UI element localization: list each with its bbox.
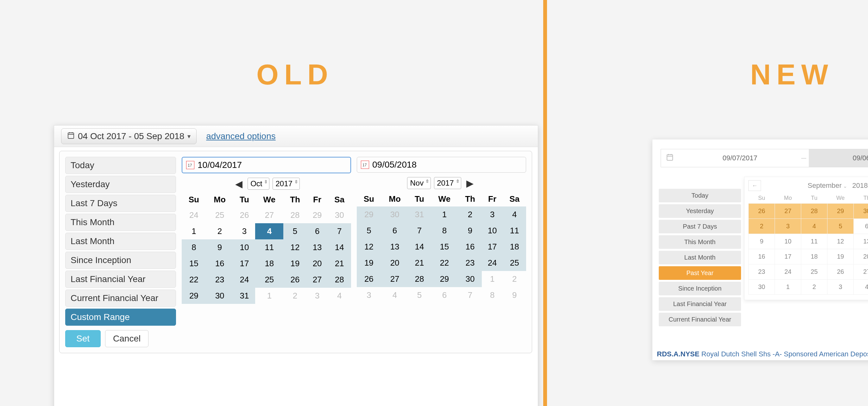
next-month-button[interactable]: ▶ — [464, 178, 476, 189]
calendar-day[interactable]: 10 — [482, 223, 503, 239]
calendar-day[interactable]: 1 — [482, 271, 503, 287]
calendar-day[interactable]: 25 — [206, 207, 234, 223]
calendar-day[interactable]: 22 — [430, 255, 458, 271]
calendar-day[interactable]: 17 — [482, 239, 503, 255]
calendar-day[interactable]: 16 — [206, 256, 234, 272]
calendar-day[interactable]: 29 — [828, 204, 854, 219]
calendar-day[interactable]: 28 — [283, 207, 306, 223]
calendar-day[interactable]: 12 — [357, 239, 381, 255]
calendar-day[interactable]: 26 — [828, 264, 854, 279]
calendar-day[interactable]: 26 — [233, 207, 255, 223]
calendar-day[interactable]: 6 — [307, 223, 328, 239]
to-date-field[interactable] — [372, 160, 522, 170]
calendar-day[interactable]: 28 — [408, 271, 430, 287]
calendar-day[interactable]: 20 — [381, 255, 409, 271]
calendar-day[interactable]: 3 — [828, 279, 854, 295]
calendar-day[interactable]: 19 — [357, 255, 381, 271]
calendar-day[interactable]: 23 — [206, 272, 234, 288]
preset-custom-range[interactable]: Custom Range — [65, 309, 176, 326]
preset-yesterday[interactable]: Yesterday — [65, 176, 176, 193]
preset-this-month[interactable]: This Month — [659, 235, 741, 249]
ticker-line[interactable]: RDS.A.NYSE Royal Dutch Shell Shs -A- Spo… — [657, 350, 868, 358]
calendar-day[interactable]: 6 — [430, 287, 458, 303]
calendar-day[interactable]: 31 — [233, 288, 255, 304]
calendar-day[interactable]: 24 — [482, 255, 503, 271]
calendar-day[interactable]: 1 — [182, 223, 206, 239]
calendar-day[interactable]: 24 — [775, 264, 801, 279]
calendar-day[interactable]: 27 — [854, 264, 868, 279]
calendar-day[interactable]: 4 — [381, 287, 409, 303]
calendar-day[interactable]: 5 — [408, 287, 430, 303]
from-date-field[interactable] — [197, 160, 347, 170]
calendar-day[interactable]: 24 — [182, 207, 206, 223]
calendar-day[interactable]: 3 — [775, 219, 801, 234]
calendar-day[interactable]: 28 — [801, 204, 828, 219]
calendar-day[interactable]: 18 — [801, 249, 828, 264]
calendar-day[interactable]: 26 — [357, 271, 381, 287]
calendar-day[interactable]: 7 — [458, 287, 482, 303]
calendar-day[interactable]: 5 — [357, 223, 381, 239]
preset-last-financial-year[interactable]: Last Financial Year — [659, 297, 741, 311]
calendar-day[interactable]: 1 — [430, 206, 458, 223]
month-dropdown[interactable]: September — [808, 181, 847, 190]
preset-past-7-days[interactable]: Past 7 Days — [659, 220, 741, 233]
calendar-day[interactable]: 30 — [458, 271, 482, 287]
preset-today[interactable]: Today — [659, 189, 741, 202]
calendar-day[interactable]: 28 — [328, 272, 351, 288]
calendar-day[interactable]: 8 — [182, 239, 206, 256]
calendar-day[interactable]: 9 — [458, 223, 482, 239]
calendar-day[interactable]: 13 — [854, 234, 868, 249]
prev-month-button[interactable]: ← — [748, 180, 761, 191]
calendar-day[interactable]: 2 — [503, 271, 526, 287]
calendar-day[interactable]: 30 — [381, 206, 409, 223]
calendar-day[interactable]: 27 — [255, 207, 283, 223]
calendar-day[interactable]: 3 — [482, 206, 503, 223]
calendar-day[interactable]: 17 — [233, 256, 255, 272]
calendar-day[interactable]: 2 — [801, 279, 828, 295]
calendar-day[interactable]: 30 — [206, 288, 234, 304]
to-date-value[interactable]: 09/06/2018 — [809, 149, 868, 167]
to-date-input[interactable] — [357, 157, 526, 173]
calendar-day[interactable]: 27 — [381, 271, 409, 287]
calendar-day[interactable]: 13 — [381, 239, 409, 255]
calendar-day[interactable]: 9 — [503, 287, 526, 303]
preset-last-7-days[interactable]: Last 7 Days — [65, 195, 176, 212]
calendar-day[interactable]: 29 — [430, 271, 458, 287]
calendar-day[interactable]: 3 — [357, 287, 381, 303]
calendar-day[interactable]: 2 — [458, 206, 482, 223]
calendar-day[interactable]: 5 — [828, 219, 854, 234]
calendar-day[interactable]: 3 — [233, 223, 255, 239]
calendar-day[interactable]: 30 — [749, 279, 775, 295]
prev-month-button[interactable]: ◀ — [233, 178, 244, 190]
calendar-day[interactable]: 2 — [283, 288, 306, 304]
preset-past-year[interactable]: Past Year — [659, 266, 741, 280]
year-select[interactable]: 2017 — [434, 177, 461, 189]
calendar-day[interactable]: 9 — [206, 239, 234, 256]
calendar-day[interactable]: 19 — [283, 256, 306, 272]
from-date-input[interactable] — [182, 157, 351, 173]
preset-current-financial-year[interactable]: Current Financial Year — [659, 313, 741, 326]
preset-today[interactable]: Today — [65, 157, 176, 174]
calendar-day[interactable]: 4 — [328, 288, 351, 304]
preset-since-inception[interactable]: Since Inception — [659, 282, 741, 295]
calendar-day[interactable]: 18 — [255, 256, 283, 272]
year-dropdown[interactable]: 2018 — [852, 181, 868, 190]
calendar-day[interactable]: 11 — [801, 234, 828, 249]
calendar-day[interactable]: 19 — [828, 249, 854, 264]
from-date-value[interactable]: 09/07/2017 — [679, 149, 801, 167]
calendar-day[interactable]: 30 — [328, 207, 351, 223]
date-range-button[interactable]: 04 Oct 2017 - 05 Sep 2018 ▾ — [61, 128, 196, 144]
calendar-day[interactable]: 25 — [503, 255, 526, 271]
calendar-day[interactable]: 23 — [749, 264, 775, 279]
calendar-day[interactable]: 5 — [283, 223, 306, 239]
cancel-button[interactable]: Cancel — [105, 330, 149, 347]
preset-yesterday[interactable]: Yesterday — [659, 204, 741, 218]
calendar-day[interactable]: 29 — [182, 288, 206, 304]
calendar-day[interactable]: 13 — [307, 239, 328, 256]
calendar-day[interactable]: 26 — [283, 272, 306, 288]
preset-last-financial-year[interactable]: Last Financial Year — [65, 271, 176, 288]
calendar-day[interactable]: 8 — [430, 223, 458, 239]
calendar-day[interactable]: 4 — [801, 219, 828, 234]
year-select[interactable]: 2017 — [273, 178, 300, 190]
calendar-day[interactable]: 31 — [408, 206, 430, 223]
